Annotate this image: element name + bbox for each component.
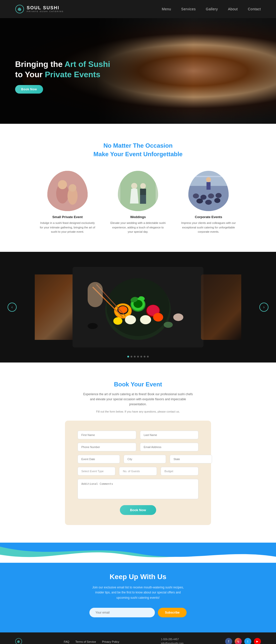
footer-link-faq[interactable]: FAQ — [64, 640, 69, 643]
svg-point-40 — [140, 315, 151, 324]
event-name-private: Small Private Event — [40, 215, 95, 219]
svg-point-52 — [164, 322, 173, 328]
newsletter-form: Subscribe — [15, 608, 261, 617]
gallery-images — [35, 267, 241, 347]
book-submit-button[interactable]: Book Now — [120, 505, 156, 515]
logo-text: SOUL SUSHI PRIVATE SUSHI CATERING — [27, 6, 64, 13]
footer-links: FAQ Terms of Service Privacy Policy — [64, 639, 119, 644]
footer-top: FAQ Terms of Service Privacy Policy 1-55… — [15, 637, 261, 644]
event-image-private — [47, 171, 88, 211]
hero-heading: Bringing the Art of Sushi to Your Privat… — [15, 59, 110, 80]
email-input[interactable] — [140, 443, 199, 451]
gallery-prev-button[interactable]: ‹ — [8, 303, 17, 312]
gallery-dots — [127, 356, 149, 357]
footer-email: info@soulsushi.com — [161, 641, 184, 644]
booking-title: Book Your Event — [15, 380, 261, 389]
footer-link-tos[interactable]: Terms of Service — [75, 640, 96, 643]
event-card-corporate: Corporate Events Impress your clients an… — [181, 171, 236, 234]
booking-note: Fill out the form below. If you have any… — [15, 410, 261, 413]
hero-section: Bringing the Art of Sushi to Your Privat… — [0, 18, 276, 124]
last-name-input[interactable] — [140, 431, 199, 439]
gallery-side-right-image — [201, 274, 241, 340]
dot-5[interactable] — [141, 356, 142, 357]
svg-rect-6 — [47, 171, 88, 211]
event-card-wedding: Weddings Elevate your wedding with a del… — [110, 171, 166, 234]
dot-6[interactable] — [144, 356, 146, 357]
gallery-next-button[interactable]: › — [259, 303, 268, 312]
booking-subtitle: Experience the art of sushi catering at … — [83, 392, 193, 407]
form-row-event-detail — [78, 455, 198, 463]
event-image-wedding — [118, 171, 158, 211]
hero-book-button[interactable]: Book Now — [15, 85, 43, 94]
social-facebook-icon[interactable]: f — [225, 638, 232, 644]
budget-select[interactable]: Budget $500-$1000 $1000-$2500 $2500+ — [161, 467, 198, 475]
svg-point-42 — [153, 313, 163, 321]
message-textarea[interactable] — [78, 479, 198, 499]
events-grid: Small Private Event Indulge in a sushi f… — [15, 171, 261, 234]
events-title-line2: Make Your Event Unforgettable — [93, 151, 183, 157]
first-name-input[interactable] — [78, 431, 136, 439]
brand-name: SOUL SUSHI — [27, 6, 64, 11]
newsletter-content: Keep Up With Us Join our exclusive email… — [0, 563, 276, 632]
newsletter-email-input[interactable] — [89, 608, 155, 617]
dot-2[interactable] — [131, 356, 132, 357]
nav-gallery[interactable]: Gallery — [206, 7, 218, 11]
footer-social: f ig t ▶ — [225, 638, 261, 644]
phone-input[interactable] — [78, 443, 136, 451]
nav-menu[interactable]: Menu — [162, 7, 171, 11]
booking-section: Book Your Event Experience the art of su… — [0, 363, 276, 543]
gallery-section: ‹ — [0, 252, 276, 363]
hero-content: Bringing the Art of Sushi to Your Privat… — [15, 59, 110, 94]
footer-link-privacy[interactable]: Privacy Policy — [102, 640, 119, 643]
newsletter-title: Keep Up With Us — [15, 573, 261, 581]
logo-icon — [15, 5, 24, 14]
social-twitter-icon[interactable]: t — [244, 638, 251, 644]
newsletter-subscribe-button[interactable]: Subscribe — [158, 608, 187, 617]
nav-services[interactable]: Services — [181, 7, 196, 11]
svg-point-51 — [173, 313, 183, 321]
dot-7[interactable] — [147, 356, 149, 357]
booking-form: Select Event Type Small Private Event We… — [65, 421, 211, 525]
page-wrapper: SOUL SUSHI PRIVATE SUSHI CATERING Menu S… — [0, 0, 276, 644]
nav-contact[interactable]: Contact — [248, 7, 261, 11]
form-row-names — [78, 431, 198, 439]
form-row-contact — [78, 443, 198, 451]
dot-1[interactable] — [127, 356, 129, 357]
footer-logo-icon — [15, 638, 22, 644]
event-name-wedding: Weddings — [110, 215, 166, 219]
footer: FAQ Terms of Service Privacy Policy 1-55… — [0, 632, 276, 644]
events-section: No Matter The Occasion Make Your Event U… — [0, 124, 276, 252]
guest-count-select[interactable]: No. of Guests 1-10 10-50 50-100 100+ — [119, 467, 157, 475]
newsletter-section: Keep Up With Us Join our exclusive email… — [0, 543, 276, 632]
logo: SOUL SUSHI PRIVATE SUSHI CATERING — [15, 5, 64, 14]
footer-logo — [15, 638, 22, 644]
dot-4[interactable] — [137, 356, 139, 357]
event-image-corporate — [188, 171, 229, 211]
gallery-main-image — [73, 267, 203, 347]
hero-line2: to Your Private Events — [15, 70, 100, 79]
event-type-select[interactable]: Select Event Type Small Private Event We… — [78, 467, 115, 475]
city-input[interactable] — [124, 455, 166, 463]
date-input[interactable] — [78, 455, 120, 463]
dot-3[interactable] — [134, 356, 136, 357]
navbar: SOUL SUSHI PRIVATE SUSHI CATERING Menu S… — [0, 0, 276, 18]
brand-tagline: PRIVATE SUSHI CATERING — [27, 10, 64, 13]
event-card-private: Small Private Event Indulge in a sushi f… — [40, 171, 95, 234]
nav-about[interactable]: About — [228, 7, 238, 11]
svg-rect-47 — [88, 282, 103, 307]
nav-links: Menu Services Gallery About Contact — [162, 7, 261, 11]
svg-point-41 — [113, 317, 122, 325]
social-youtube-icon[interactable]: ▶ — [254, 638, 261, 644]
svg-rect-13 — [118, 171, 158, 211]
chevron-right-icon: › — [263, 305, 264, 309]
event-desc-wedding: Elevate your wedding with a delectable s… — [110, 221, 166, 234]
social-instagram-icon[interactable]: ig — [235, 638, 242, 644]
event-name-corporate: Corporate Events — [181, 215, 236, 219]
state-input[interactable] — [170, 455, 212, 463]
svg-rect-26 — [188, 171, 229, 211]
footer-contact: 1-559-285-4457 info@soulsushi.com — [161, 637, 184, 644]
svg-point-50 — [175, 329, 186, 336]
form-row-selects: Select Event Type Small Private Event We… — [78, 467, 198, 475]
gallery-side-left-image — [35, 274, 75, 340]
events-title: No Matter The Occasion Make Your Event U… — [15, 141, 261, 158]
